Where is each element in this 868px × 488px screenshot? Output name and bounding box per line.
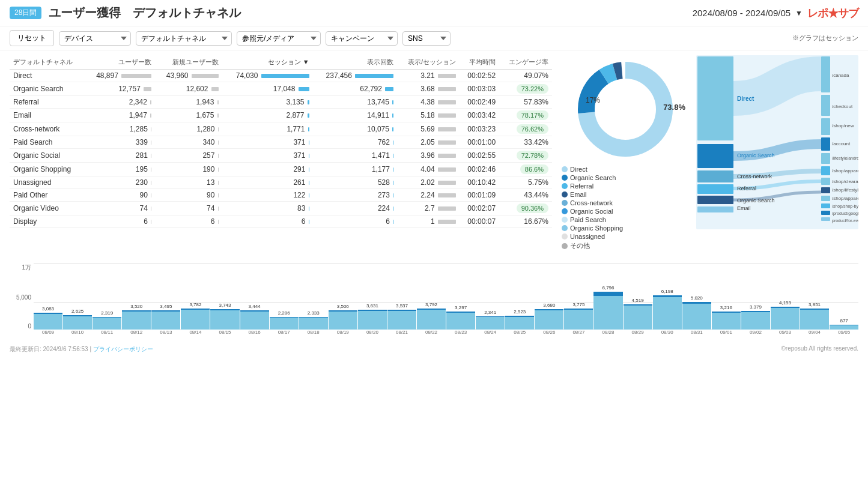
bar-stack: [476, 316, 505, 330]
bar-group: 4,153: [771, 274, 800, 330]
y-axis-0: 0: [28, 323, 31, 330]
reset-button[interactable]: リセット: [10, 30, 54, 46]
referral-filter[interactable]: 参照元/メディア: [237, 31, 321, 46]
legend-label: Email: [570, 191, 587, 198]
privacy-link[interactable]: プライバシーポリシー: [93, 346, 153, 352]
avgtime-val: 00:02:07: [460, 202, 499, 215]
x-axis-label: 08/13: [151, 330, 180, 340]
svg-rect-20: [821, 196, 830, 201]
bar-value-label: 3,680: [543, 303, 555, 308]
channel-name: Organic Search: [10, 82, 85, 96]
col-engage: エンゲージ率: [499, 55, 552, 70]
legend-item: Organic Shopping: [562, 224, 691, 232]
legend-label: Organic Social: [570, 208, 613, 215]
x-axis-label: 08/09: [34, 330, 62, 340]
table-row: Paid Search 339 340 371 762 2.05 00:01:0…: [10, 136, 552, 149]
bar-stack: [151, 310, 180, 330]
bar-stack: [682, 302, 711, 330]
table-row: Direct 48,897 43,960 74,030 237,456 3.21…: [10, 70, 552, 82]
bar-segment-light: [624, 306, 652, 330]
sns-filter[interactable]: SNS: [402, 31, 451, 46]
vps-val: 2.02: [397, 176, 460, 189]
svg-rect-18: [821, 178, 830, 185]
avgtime-val: 00:02:52: [460, 70, 499, 82]
svg-text:Email: Email: [737, 205, 751, 211]
sessions-val: 371: [222, 136, 313, 149]
x-axis-label: 09/03: [771, 330, 800, 340]
views-val: 10,075: [313, 122, 397, 136]
sessions-val: 17,048: [222, 82, 313, 96]
svg-rect-15: [821, 137, 830, 151]
device-filter[interactable]: デバイス: [59, 31, 131, 46]
bar-segment-light: [505, 317, 534, 330]
bar-segment-light: [358, 311, 387, 330]
bar-value-label: 4,519: [632, 298, 644, 303]
engage-val: 5.75%: [499, 176, 552, 189]
bar-segment-light: [299, 318, 328, 330]
views-val: 224: [313, 202, 397, 215]
bar-value-label: 3,775: [572, 302, 584, 307]
bar-stack: [446, 312, 475, 330]
channel-filter[interactable]: デフォルトチャネル: [136, 31, 232, 46]
legend-item: Paid Search: [562, 216, 691, 223]
bar-segment-light: [93, 318, 121, 330]
bar-stack: [505, 316, 534, 330]
legend-item: Referral: [562, 182, 691, 190]
bar-segment-dark: [593, 292, 622, 296]
bar-stack: [358, 310, 387, 330]
avgtime-val: 00:02:55: [460, 149, 499, 163]
bar-group: 4,519: [624, 274, 652, 330]
bar-group: 2,523: [505, 274, 534, 330]
svg-text:/shop/new: /shop/new: [832, 123, 854, 128]
x-axis-label: 08/20: [358, 330, 387, 340]
bar-group: 3,775: [564, 274, 593, 330]
x-axis-label: 08/16: [240, 330, 269, 340]
views-val: 528: [313, 176, 397, 189]
bar-segment-light: [476, 317, 505, 330]
col-avgtime: 平均時間: [460, 55, 499, 70]
main-area: デフォルトチャネル ユーザー数 新規ユーザー数 セッション ▼ 表示回数 表示/…: [0, 50, 868, 256]
svg-rect-11: [697, 206, 733, 212]
bar-stack: [535, 309, 563, 330]
sessions-val: 122: [222, 189, 313, 202]
legend-label: Referral: [570, 182, 593, 190]
bar-stack: [93, 317, 121, 330]
legend-color: [562, 243, 568, 249]
bar-value-label: 3,520: [130, 304, 142, 309]
donut-outer-pct: 73.8%: [663, 103, 685, 112]
table-row: Display 6 6 6 6 1 00:00:07 16.67%: [10, 215, 552, 228]
users-val: 339: [85, 136, 155, 149]
bar-stack: [741, 311, 770, 330]
bar-segment-light: [653, 297, 682, 330]
update-time: 最終更新日: 2024/9/6 7:56:53: [10, 346, 88, 352]
users-val: 48,897: [85, 70, 155, 82]
bar-group: 3,444: [240, 274, 269, 330]
bar-group: 6,198: [653, 274, 682, 330]
vps-val: 4.38: [397, 96, 460, 109]
legend-color: [562, 233, 568, 239]
campaign-filter[interactable]: キャンペーン: [326, 31, 398, 46]
dropdown-icon[interactable]: ▼: [795, 9, 803, 17]
engage-val: 49.07%: [499, 70, 552, 82]
legend-item: Cross-network: [562, 199, 691, 206]
table-row: Organic Search 12,757 12,602 17,048 62,7…: [10, 82, 552, 96]
bar-segment-light: [564, 310, 593, 330]
bar-value-label: 3,743: [219, 303, 231, 308]
bar-stack: [653, 295, 682, 330]
svg-rect-10: [697, 196, 733, 204]
engage-val: 76.62%: [499, 122, 552, 136]
channel-name: Cross-network: [10, 122, 85, 136]
x-axis-label: 08/21: [387, 330, 416, 340]
bar-segment-light: [151, 312, 180, 330]
avgtime-val: 00:01:00: [460, 136, 499, 149]
users-val: 1,947: [85, 109, 155, 122]
x-axis-label: 08/25: [505, 330, 534, 340]
bar-segment-light: [270, 318, 299, 330]
bar-segment-light: [830, 325, 858, 330]
legend-color: [562, 208, 568, 214]
col-sessions[interactable]: セッション ▼: [222, 55, 313, 70]
bar-value-label: 2,625: [71, 309, 83, 314]
table-row: Organic Video 74 74 83 224 2.7 00:02:07 …: [10, 202, 552, 215]
bar-value-label: 3,379: [750, 304, 762, 310]
legend-color: [562, 225, 568, 231]
